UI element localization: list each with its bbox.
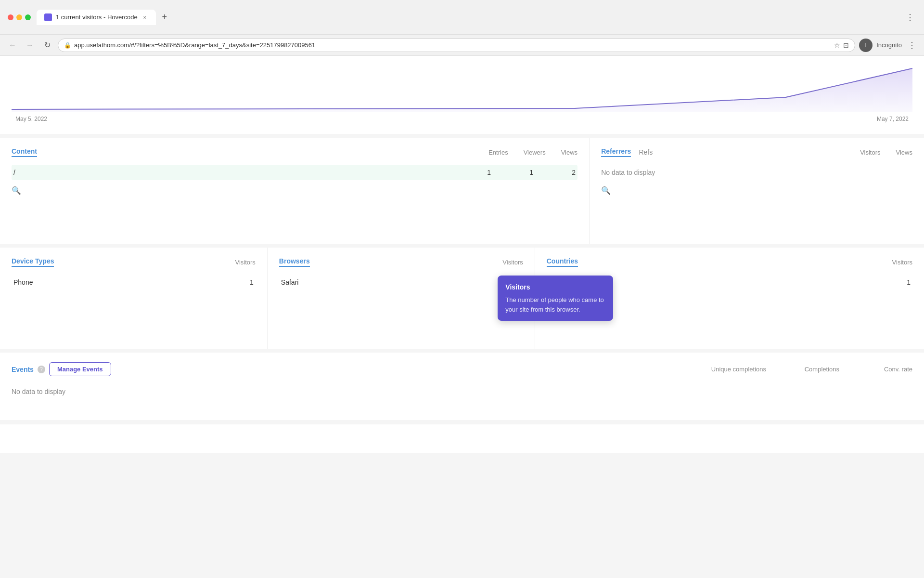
visitors-tooltip-wrapper: Visitors Visitors The number of people w… [502, 258, 523, 266]
events-col-unique: Unique completions [708, 366, 766, 373]
browser-safari: Safari [281, 278, 299, 286]
tab-bar: 1 current visitors - Hovercode × + [37, 10, 898, 25]
col-entries: Entries [488, 149, 508, 156]
device-type-phone: Phone [13, 278, 33, 286]
content-search-icon[interactable]: 🔍 [12, 186, 578, 195]
referrers-col-visitors: Visitors [860, 149, 880, 156]
minimize-traffic-light[interactable] [16, 14, 22, 20]
referrers-table-title: Referrers [601, 147, 631, 157]
page-content: May 5, 2022 May 7, 2022 Content Entries … [0, 56, 924, 578]
incognito-label: Incognito [876, 41, 902, 49]
tab-title: 1 current visitors - Hovercode [56, 13, 138, 21]
events-col-completions: Completions [782, 366, 839, 373]
chart-section: May 5, 2022 May 7, 2022 [0, 56, 924, 134]
tooltip-title: Visitors [505, 282, 605, 292]
address-bar[interactable]: 🔒 app.usefathom.com/#/?filters=%5B%5D&ra… [58, 39, 855, 52]
events-header: Events ? Manage Events Unique completion… [12, 362, 912, 376]
referrers-col-views: Views [896, 149, 912, 156]
chart-date-right: May 7, 2022 [877, 116, 909, 122]
active-tab[interactable]: 1 current visitors - Hovercode × [37, 10, 156, 25]
traffic-lights [8, 14, 31, 20]
content-table-card: Content Entries Viewers Views / 1 1 2 🔍 [0, 138, 590, 244]
browsers-title: Browsers [279, 257, 310, 267]
device-types-card: Device Types Visitors Phone 1 [0, 248, 268, 349]
chart-area [12, 64, 912, 112]
device-types-header: Device Types Visitors [12, 257, 256, 267]
events-col-headers: Unique completions Completions Conv. rat… [708, 366, 912, 373]
chart-date-left: May 5, 2022 [15, 116, 47, 122]
events-col-conv: Conv. rate [855, 366, 912, 373]
referrers-table-card: Referrers Refs Visitors Views No data to… [590, 138, 924, 244]
lock-icon: 🔒 [64, 42, 71, 49]
countries-title: Countries [547, 257, 578, 267]
events-no-data: No data to display [12, 384, 912, 399]
browsers-header: Browsers Visitors Visitors The number of… [279, 257, 523, 267]
device-types-row: Phone 1 [12, 275, 256, 290]
new-tab-button[interactable]: + [158, 11, 171, 24]
device-type-phone-count: 1 [234, 278, 254, 286]
browsers-card: Browsers Visitors Visitors The number of… [268, 248, 535, 349]
visitors-tooltip: Visitors The number of people who came t… [498, 276, 613, 321]
content-row-views: 2 [556, 169, 576, 176]
events-title: Events [12, 366, 34, 373]
countries-col-visitors: Visitors [892, 259, 912, 266]
more-options-icon[interactable]: ⋮ [904, 10, 916, 25]
content-table-title: Content [12, 147, 37, 157]
referrers-refs-alt: Refs [639, 148, 653, 156]
browser-chrome: 1 current visitors - Hovercode × + ⋮ [0, 0, 924, 35]
tab-favicon [44, 13, 52, 21]
referrers-table-header: Referrers Refs Visitors Views [601, 147, 912, 157]
content-row-values: 1 1 2 [472, 169, 576, 176]
close-traffic-light[interactable] [8, 14, 13, 20]
content-table-row: / 1 1 2 [12, 165, 578, 180]
reload-button[interactable]: ↻ [40, 39, 54, 52]
forward-button[interactable]: → [23, 39, 37, 52]
events-help-icon[interactable]: ? [38, 366, 45, 373]
url-text: app.usefathom.com/#/?filters=%5B%5D&rang… [74, 41, 831, 49]
chart-date-labels: May 5, 2022 May 7, 2022 [12, 116, 912, 122]
browser-menu-button[interactable]: ⋮ [906, 38, 918, 53]
bookmark-icon[interactable]: ☆ [834, 41, 840, 49]
content-row-viewers: 1 [514, 169, 533, 176]
content-table-header: Content Entries Viewers Views [12, 147, 578, 157]
device-types-col-visitors: Visitors [235, 259, 255, 266]
countries-header: Countries Visitors [547, 257, 912, 267]
events-title-group: Events ? Manage Events [12, 362, 111, 376]
manage-events-button[interactable]: Manage Events [49, 362, 111, 376]
col-viewers: Viewers [524, 149, 546, 156]
layout-icon[interactable]: ⊡ [843, 41, 849, 49]
referrers-search-icon[interactable]: 🔍 [601, 186, 912, 195]
device-browser-countries-row: Device Types Visitors Phone 1 Browsers V… [0, 248, 924, 349]
content-row-entries: 1 [472, 169, 491, 176]
events-section: Events ? Manage Events Unique completion… [0, 353, 924, 420]
referrers-title-group: Referrers Refs [601, 147, 653, 157]
line-chart [12, 64, 912, 112]
nav-bar: ← → ↻ 🔒 app.usefathom.com/#/?filters=%5B… [0, 35, 924, 56]
tab-close-button[interactable]: × [141, 14, 148, 21]
content-referrers-row: Content Entries Viewers Views / 1 1 2 🔍 [0, 138, 924, 244]
content-row-label[interactable]: / [13, 169, 15, 176]
browsers-row: Safari 1 [279, 275, 523, 290]
col-views: Views [561, 149, 578, 156]
country-kingdom-count: 1 [891, 278, 911, 286]
maximize-traffic-light[interactable] [25, 14, 31, 20]
device-types-title: Device Types [12, 257, 54, 267]
browsers-col-visitors[interactable]: Visitors [502, 259, 523, 266]
referrers-no-data: No data to display [601, 165, 912, 180]
tooltip-text: The number of people who came to your si… [505, 295, 605, 314]
content-title-group: Content [12, 147, 37, 157]
back-button[interactable]: ← [6, 39, 19, 52]
referrers-col-headers: Visitors Views [860, 149, 912, 156]
content-col-headers: Entries Viewers Views [488, 149, 578, 156]
avatar-button[interactable]: I [859, 39, 873, 52]
bottom-section [0, 424, 924, 453]
